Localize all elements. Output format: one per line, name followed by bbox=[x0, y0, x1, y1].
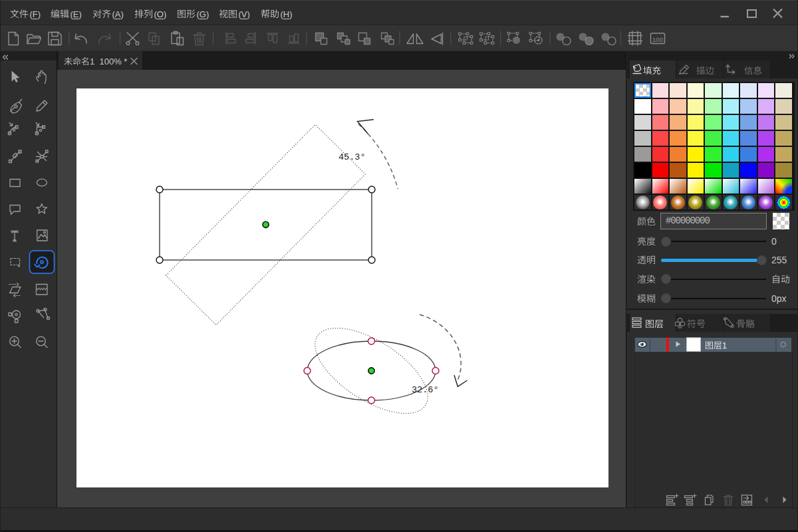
svg-text:1 100% *: 1 100% * bbox=[90, 57, 127, 66]
svg-text:(F): (F) bbox=[30, 9, 41, 19]
svg-text:255: 255 bbox=[771, 255, 787, 265]
svg-text:32.6°: 32.6° bbox=[412, 385, 439, 395]
svg-text:(E): (E) bbox=[70, 9, 82, 19]
svg-text:(G): (G) bbox=[197, 9, 209, 19]
svg-text:0: 0 bbox=[771, 236, 777, 247]
svg-text:(V): (V) bbox=[239, 9, 250, 19]
svg-text:0px: 0px bbox=[771, 293, 787, 304]
svg-text:(O): (O) bbox=[154, 9, 167, 19]
svg-text:(A): (A) bbox=[112, 9, 124, 19]
svg-text:100: 100 bbox=[652, 36, 663, 43]
svg-text:45.3°: 45.3° bbox=[338, 152, 366, 162]
svg-text:1: 1 bbox=[722, 341, 727, 350]
svg-text:(H): (H) bbox=[281, 9, 293, 19]
